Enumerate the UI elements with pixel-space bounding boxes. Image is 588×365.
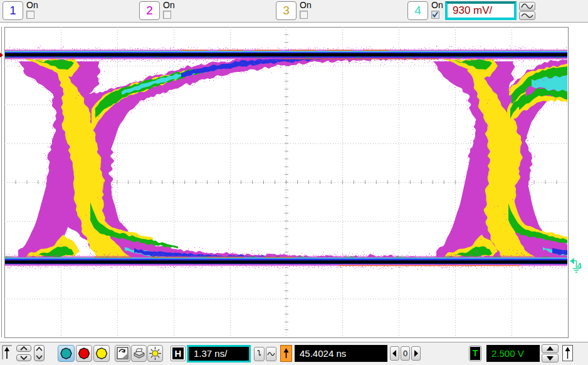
svg-text:4: 4 xyxy=(577,261,582,270)
